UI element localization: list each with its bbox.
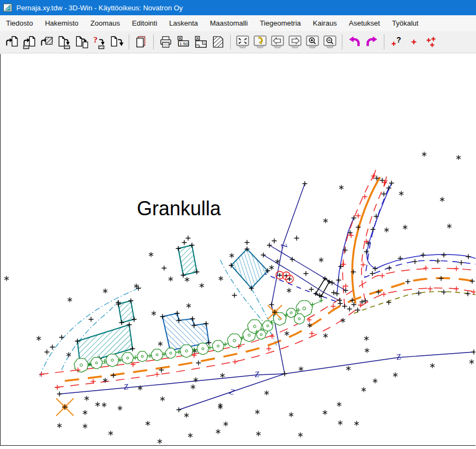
point-plus <box>335 292 340 296</box>
title-bar[interactable]: Pernaja.xy.tdw - 3D-Win - Käyttöoikeus: … <box>0 0 476 15</box>
read-file-format-button[interactable] <box>21 34 38 50</box>
point-plus <box>182 240 187 245</box>
point-star <box>184 412 189 417</box>
point-plus <box>370 271 375 276</box>
point-plus <box>177 408 182 412</box>
menu-item-asetukset[interactable]: Asetukset <box>343 16 386 30</box>
read-file-multi-button[interactable] <box>39 34 55 50</box>
menu-item-ty-kalut[interactable]: Työkalut <box>386 16 424 30</box>
zoom-in-button[interactable] <box>304 34 321 50</box>
point-plus <box>278 273 282 277</box>
point-query-button[interactable]: ? <box>388 34 405 50</box>
menu-item-zoomaus[interactable]: Zoomaus <box>85 16 126 30</box>
zoom-out-button[interactable] <box>322 34 338 50</box>
redo-button[interactable] <box>364 34 380 50</box>
menu-item-laskenta[interactable]: Laskenta <box>163 16 204 30</box>
point-star <box>361 387 366 392</box>
plot-scale-1-50-icon: 1:50 <box>176 35 190 49</box>
point-plus <box>389 181 394 186</box>
map-canvas[interactable]: ZZZZZGrankulla <box>0 54 475 446</box>
write-file-copy-button[interactable] <box>74 34 90 50</box>
point-plus <box>436 259 441 264</box>
point-star <box>456 155 461 160</box>
point-star <box>403 225 407 229</box>
point-star <box>146 421 150 426</box>
point-star <box>188 433 192 438</box>
point-star <box>83 410 87 415</box>
menu-item-tiegeometria[interactable]: Tiegeometria <box>254 16 306 30</box>
point-plus <box>382 292 387 297</box>
point-star <box>216 429 220 434</box>
point-star <box>287 288 291 293</box>
plot-layout-button[interactable] <box>192 34 209 50</box>
tree-symbol <box>180 345 192 357</box>
point-query-icon: ? <box>389 35 403 49</box>
point-plus <box>424 266 429 271</box>
toolbar: ?1:50? <box>0 31 476 53</box>
point-plus <box>59 335 64 340</box>
toolbar-separator <box>342 34 342 50</box>
point-star <box>264 390 269 395</box>
print-icon <box>159 35 173 49</box>
menu-item-maastomalli[interactable]: Maastomalli <box>204 16 254 30</box>
point-star <box>469 359 474 364</box>
zoom-out-icon <box>323 35 337 49</box>
point-plus <box>382 192 387 197</box>
ditch-olive <box>354 292 475 313</box>
menu-item-kairaus[interactable]: Kairaus <box>307 16 343 30</box>
point-plus <box>356 214 361 219</box>
zoom-previous-icon <box>253 35 267 49</box>
point-plus <box>45 350 50 355</box>
pan-right-button[interactable] <box>287 34 303 50</box>
building-small-north <box>178 245 197 275</box>
road-edge-blue-solid <box>367 183 475 269</box>
copy-pages-icon <box>134 35 148 49</box>
zoom-fit-button[interactable] <box>234 34 251 50</box>
menu-item-tiedosto[interactable]: Tiedosto <box>0 16 39 30</box>
point-plus <box>454 287 459 292</box>
zoom-previous-button[interactable] <box>252 34 268 50</box>
tree-symbol <box>286 308 296 318</box>
write-file-plain-button[interactable] <box>109 34 125 50</box>
zoom-fit-icon <box>236 35 250 49</box>
pan-left-button[interactable] <box>269 34 286 50</box>
undo-button[interactable] <box>346 34 363 50</box>
write-file-query-button[interactable]: ? <box>91 34 107 50</box>
point-add-icon <box>407 35 421 49</box>
point-star <box>160 396 165 401</box>
copy-pages-button[interactable] <box>133 34 149 50</box>
plot-hatch-button[interactable] <box>210 34 226 50</box>
tree-symbol <box>212 341 224 352</box>
point-star <box>168 276 173 281</box>
point-plus <box>341 262 346 267</box>
point-plus <box>269 302 274 307</box>
road-edge-blue-dashed <box>365 188 475 277</box>
point-add-multi-button[interactable] <box>423 34 439 50</box>
point-star <box>255 409 260 414</box>
point-star <box>339 185 344 190</box>
point-star <box>118 405 122 410</box>
point-plus <box>361 263 366 268</box>
point-plus <box>373 266 378 271</box>
plot-hatch-icon <box>211 35 225 49</box>
read-file-button[interactable] <box>4 34 20 50</box>
point-add-multi-icon <box>424 35 438 49</box>
powerline-z-mark: Z <box>279 242 289 250</box>
point-plus <box>344 284 348 289</box>
point-star <box>218 403 222 408</box>
write-file-button[interactable] <box>56 34 73 50</box>
menu-item-hakemisto[interactable]: Hakemisto <box>39 16 84 30</box>
print-button[interactable] <box>158 34 174 50</box>
point-plus <box>196 361 201 366</box>
plot-scale-1-50-button[interactable]: 1:50 <box>175 34 191 50</box>
point-plus <box>338 298 342 303</box>
point-plus <box>245 240 250 245</box>
powerline-z-mark: Z <box>396 352 402 361</box>
point-add-button[interactable] <box>406 34 422 50</box>
read-file-multi-icon <box>40 35 54 49</box>
point-star <box>219 276 223 281</box>
point-star <box>158 341 162 346</box>
point-plus <box>349 233 354 238</box>
menu-item-editointi[interactable]: Editointi <box>126 16 163 30</box>
point-plus <box>233 360 238 365</box>
